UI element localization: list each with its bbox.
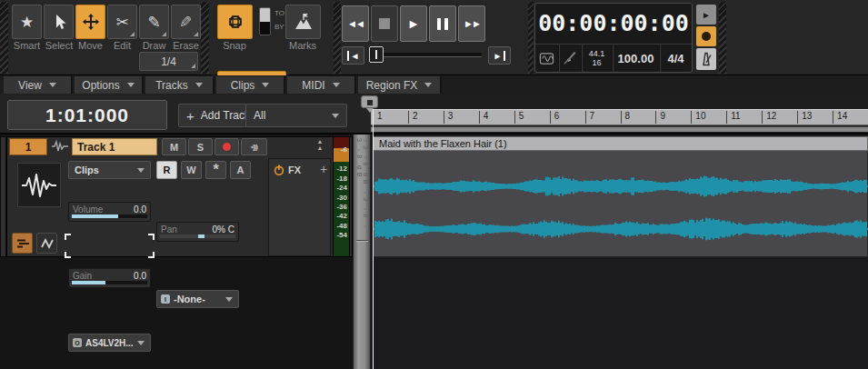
go-to-end-button[interactable]: ► bbox=[488, 46, 511, 65]
select-tool-button[interactable] bbox=[44, 5, 74, 39]
small-record-icon bbox=[702, 32, 711, 41]
splitter-label: dB bbox=[363, 173, 369, 188]
metronome-button[interactable] bbox=[696, 48, 716, 70]
power-icon[interactable] bbox=[274, 165, 284, 175]
track-name[interactable]: Track 1 bbox=[72, 138, 157, 155]
menu-clips[interactable]: Clips bbox=[216, 76, 285, 94]
fast-forward-button[interactable]: ►► bbox=[458, 5, 485, 42]
now-time-readout[interactable]: 1:01:000 bbox=[7, 100, 167, 130]
sample-rate-display[interactable]: 44.1 16 bbox=[581, 45, 612, 72]
record-mode-button[interactable] bbox=[696, 26, 716, 46]
track-filter-dropdown[interactable]: All bbox=[245, 104, 347, 127]
menu-options[interactable]: Options bbox=[75, 76, 144, 94]
asterisk-icon: * bbox=[213, 162, 218, 178]
meter-db-label: -54 bbox=[336, 231, 347, 239]
chevron-down-icon bbox=[137, 341, 145, 349]
smart-tool-button[interactable]: ★ bbox=[12, 5, 42, 39]
menu-tracks[interactable]: Tracks bbox=[145, 76, 215, 94]
track-arm-button[interactable] bbox=[215, 138, 239, 155]
tempo-display[interactable]: 100.00 bbox=[612, 45, 659, 72]
track-solo-button[interactable]: S bbox=[188, 138, 213, 155]
ruler-measure-6: 6 bbox=[550, 111, 560, 124]
clip-waveform bbox=[374, 151, 868, 257]
now-time-marker[interactable] bbox=[361, 95, 378, 108]
input-echo-icon: •))) bbox=[251, 143, 257, 151]
archive-button[interactable]: A bbox=[230, 161, 251, 179]
menu-view[interactable]: View bbox=[4, 76, 73, 94]
play-button[interactable]: ► bbox=[400, 5, 427, 42]
input-dropdown[interactable]: I -None- bbox=[156, 290, 239, 308]
marks-mountain-icon bbox=[294, 12, 314, 32]
snap-to-by-toggle[interactable] bbox=[259, 7, 271, 35]
automation-write-button[interactable]: W bbox=[181, 161, 202, 179]
collapse-track-button[interactable]: ▲▲ bbox=[313, 138, 327, 155]
module-drag-handle[interactable] bbox=[0, 2, 8, 74]
track-input-echo-button[interactable]: •))) bbox=[241, 138, 267, 155]
track-mute-button[interactable]: M bbox=[162, 138, 186, 155]
track-number[interactable]: 1 bbox=[9, 138, 47, 155]
snap-to-label: TO bbox=[274, 9, 284, 17]
chevron-down-icon bbox=[332, 114, 339, 122]
automation-lanes-button[interactable] bbox=[36, 233, 57, 254]
track-strip-edge[interactable] bbox=[0, 136, 6, 257]
chevron-down-icon bbox=[137, 168, 145, 176]
volume-slider[interactable]: Volume 0.0 bbox=[68, 202, 151, 222]
rewind-button[interactable]: ◄◄ bbox=[342, 5, 369, 42]
now-time-display[interactable]: 00:00:00:00 bbox=[535, 10, 692, 36]
ruler-measure-5: 5 bbox=[514, 111, 524, 124]
snap-grid-icon bbox=[225, 12, 245, 32]
menu-midi[interactable]: MIDI bbox=[287, 76, 356, 94]
audio-clip[interactable] bbox=[373, 151, 868, 257]
timeline-ruler[interactable]: 1234567891011121314 bbox=[371, 109, 868, 125]
snap-button[interactable] bbox=[217, 5, 253, 39]
erase-tool-label: Erase bbox=[171, 40, 201, 51]
meter-db-label: -24 bbox=[336, 184, 347, 192]
edit-tool-label: Edit bbox=[107, 40, 137, 51]
erase-tool-button[interactable]: ✎ bbox=[171, 5, 201, 39]
ruler-sub-strip[interactable] bbox=[371, 126, 868, 132]
output-dropdown[interactable]: O AS4LV2H... bbox=[68, 334, 151, 352]
clip-title-bar[interactable]: Maid with the Flaxen Hair (1) bbox=[373, 136, 868, 151]
module-drag-handle[interactable] bbox=[201, 2, 209, 74]
draw-resolution-dropdown[interactable]: 1/4 bbox=[139, 52, 198, 71]
track-control-layout-button[interactable] bbox=[12, 233, 33, 254]
scissors-icon: ✂ bbox=[115, 15, 128, 30]
position-slider-track[interactable] bbox=[369, 53, 482, 57]
punch-play-button[interactable]: ► bbox=[696, 5, 716, 25]
meter-scale: -6-12-18-24-30-36-42-48-54 bbox=[334, 137, 349, 256]
module-drag-handle[interactable] bbox=[719, 2, 726, 74]
pan-slider[interactable]: Pan 0% C bbox=[156, 222, 239, 242]
chevron-down-icon bbox=[225, 297, 233, 305]
gain-slider[interactable]: Gain 0.0 bbox=[68, 268, 151, 288]
draw-tool-button[interactable]: ✎ bbox=[139, 5, 169, 39]
go-to-end-icon: ► bbox=[494, 51, 506, 61]
playhead-line[interactable] bbox=[373, 109, 374, 369]
freeze-button[interactable] bbox=[558, 45, 581, 72]
move-tool-button[interactable] bbox=[75, 5, 105, 39]
record-arm-icon bbox=[223, 143, 231, 151]
module-drag-handle[interactable] bbox=[334, 2, 341, 74]
stop-button[interactable] bbox=[371, 5, 398, 42]
input-icon: I bbox=[161, 294, 170, 304]
track-icon[interactable] bbox=[17, 163, 61, 207]
fx-bin[interactable]: FX + bbox=[268, 158, 331, 256]
splitter-label: -8 bbox=[363, 156, 369, 169]
go-to-start-button[interactable]: ◄ bbox=[342, 46, 364, 65]
edit-tool-button[interactable]: ✂ bbox=[107, 5, 137, 39]
pane-splitter[interactable]: -3-8dB-3-8-3-8dB bbox=[353, 135, 371, 369]
module-drag-handle[interactable] bbox=[528, 2, 534, 74]
chevron-down-icon bbox=[333, 83, 340, 91]
add-fx-button[interactable]: + bbox=[320, 162, 327, 176]
automation-read-button[interactable]: R bbox=[156, 161, 177, 179]
audio-engine-button[interactable] bbox=[535, 45, 558, 72]
position-slider-handle[interactable] bbox=[369, 46, 384, 63]
ruler-top-strip bbox=[371, 95, 868, 109]
pause-button[interactable] bbox=[429, 5, 456, 42]
menu-region-fx[interactable]: Region FX bbox=[358, 76, 442, 94]
meter-display[interactable]: 4/4 bbox=[659, 45, 692, 72]
snap-to-markers-button[interactable] bbox=[285, 5, 321, 39]
automation-offset-button[interactable]: * bbox=[205, 161, 226, 179]
snap-by-label: BY bbox=[274, 23, 284, 31]
edit-filter-dropdown[interactable]: Clips bbox=[68, 161, 151, 179]
brush-disabled-icon bbox=[563, 51, 577, 65]
